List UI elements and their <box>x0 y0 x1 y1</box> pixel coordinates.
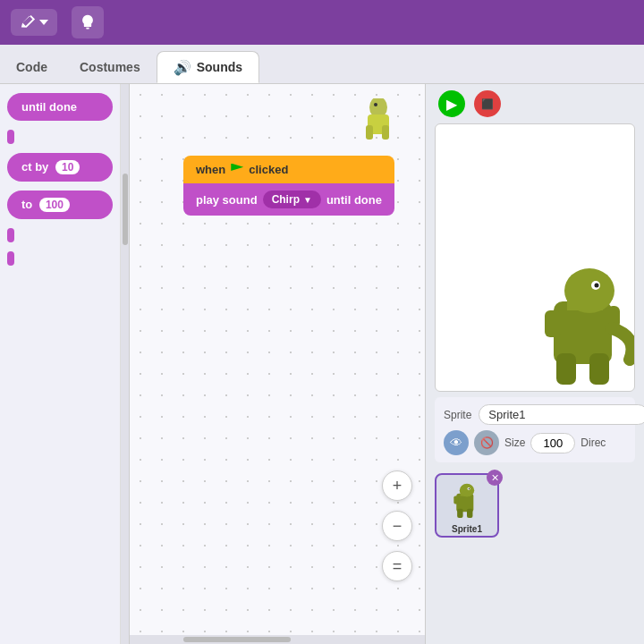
play-sound-block-label: until done <box>21 100 77 114</box>
green-flag-icon: ▶ <box>446 96 457 113</box>
svg-rect-17 <box>461 491 471 496</box>
sprite-list: ✕ Sprite1 <box>426 468 644 543</box>
tabs-row: Code Costumes 🔊 Sounds <box>0 45 644 84</box>
main-area: until done ct by 10 to 100 <box>0 84 644 644</box>
event-label: when <box>196 163 225 176</box>
code-bottom-scrollbar[interactable] <box>130 635 425 644</box>
empty-block-3[interactable] <box>7 251 14 266</box>
sounds-tab-label: Sounds <box>197 60 242 74</box>
zoom-in-icon: + <box>393 477 402 496</box>
code-canvas[interactable]: when clicked play sound Chirp ▼ until do… <box>130 84 425 644</box>
svg-point-22 <box>469 488 470 489</box>
stage-dino-sprite <box>540 257 630 382</box>
code-tab-label: Code <box>16 60 47 74</box>
costumes-tab-label: Costumes <box>80 60 140 74</box>
eye-icon: 👁 <box>450 436 462 450</box>
empty-block-2[interactable] <box>7 228 14 242</box>
set-num: 100 <box>39 198 70 212</box>
set-to-block[interactable]: to 100 <box>7 191 113 219</box>
svg-rect-8 <box>567 292 603 310</box>
action-label: play sound <box>196 193 258 207</box>
delete-sprite-button[interactable]: ✕ <box>487 470 503 486</box>
zoom-fit-icon: = <box>393 557 402 576</box>
tab-code[interactable]: Code <box>0 51 64 83</box>
action-block[interactable]: play sound Chirp ▼ until done <box>183 183 394 216</box>
lightbulb-button[interactable] <box>72 6 104 38</box>
stop-button[interactable]: ⬛ <box>474 90 501 117</box>
code-block-group: when clicked play sound Chirp ▼ until do… <box>183 156 394 216</box>
stop-icon: ⬛ <box>481 98 494 110</box>
empty-block-1[interactable] <box>7 130 14 144</box>
sounds-tab-icon: 🔊 <box>174 59 191 76</box>
zoom-in-button[interactable]: + <box>382 470 412 501</box>
svg-point-5 <box>374 103 377 106</box>
hide-button[interactable]: 🚫 <box>474 430 499 455</box>
blocks-palette: until done ct by 10 to 100 <box>0 84 121 644</box>
code-scroll-thumb[interactable] <box>183 637 291 642</box>
svg-point-14 <box>595 284 599 288</box>
sound-name: Chirp <box>272 193 300 206</box>
svg-rect-19 <box>457 509 462 518</box>
svg-rect-20 <box>467 509 472 518</box>
green-flag-button[interactable]: ▶ <box>438 90 465 117</box>
sprite-thumb-label: Sprite1 <box>436 524 497 534</box>
change-by-block[interactable]: ct by 10 <box>7 153 113 182</box>
tab-costumes[interactable]: Costumes <box>64 51 157 83</box>
change-num: 10 <box>55 160 80 174</box>
svg-rect-18 <box>453 496 458 504</box>
canvas-sprite-icon <box>359 98 398 151</box>
direction-label: Direc <box>580 436 606 449</box>
left-scroll-thumb[interactable] <box>123 174 128 245</box>
sound-dropdown-arrow: ▼ <box>303 195 312 205</box>
svg-rect-9 <box>545 310 561 337</box>
sprite-name-input[interactable] <box>479 404 644 425</box>
show-button[interactable]: 👁 <box>444 430 469 455</box>
zoom-out-button[interactable]: − <box>382 511 412 541</box>
svg-rect-3 <box>382 125 389 140</box>
event-suffix: clicked <box>249 163 288 176</box>
left-scrollbar[interactable] <box>121 84 130 644</box>
size-label: Size <box>504 436 525 449</box>
action-suffix: until done <box>326 193 382 207</box>
svg-rect-11 <box>556 353 576 385</box>
sprite-name-label: Sprite <box>444 409 471 421</box>
size-input[interactable] <box>530 433 575 453</box>
flag-icon <box>231 164 243 176</box>
sprite-info-panel: Sprite x 👁 🚫 Size Direc <box>435 397 635 462</box>
stage-viewport[interactable] <box>435 123 635 392</box>
pencil-tool-button[interactable] <box>11 9 57 36</box>
zoom-out-icon: − <box>393 517 402 536</box>
sound-selector[interactable]: Chirp ▼ <box>263 191 321 208</box>
right-panel: ▶ ⬛ <box>425 84 644 644</box>
hide-icon: 🚫 <box>480 436 494 449</box>
play-sound-until-done-block[interactable]: until done <box>7 93 113 121</box>
sprite-thumbnail-sprite1[interactable]: ✕ Sprite1 <box>435 473 499 538</box>
zoom-fit-button[interactable]: = <box>382 551 412 581</box>
tab-sounds[interactable]: 🔊 Sounds <box>157 51 259 83</box>
svg-rect-2 <box>366 125 373 140</box>
header <box>0 0 644 45</box>
event-block[interactable]: when clicked <box>183 156 394 183</box>
stage-controls: ▶ ⬛ <box>426 84 644 123</box>
svg-rect-12 <box>589 353 609 385</box>
